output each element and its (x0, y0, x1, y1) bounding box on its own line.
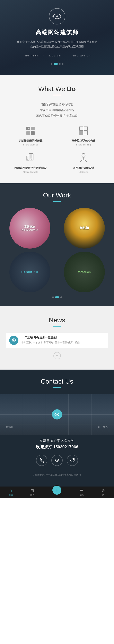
gallery-icon: ⊞ (30, 488, 34, 493)
work-item-3[interactable]: CASHKING (9, 252, 50, 292)
nav-profile-label: 我 (102, 494, 104, 496)
contact-tagline-1: 有新意 有心意 木鱼有约 (0, 439, 114, 443)
title-bold: Do (67, 85, 76, 92)
section-divider (53, 95, 61, 95)
svg-point-15 (31, 159, 32, 160)
ui-icon (77, 152, 90, 164)
nav-profile[interactable]: ☺ 我 (101, 488, 105, 496)
service-2-name: 整合品牌型全站构建 (59, 139, 108, 142)
svg-rect-4 (31, 127, 35, 130)
what-we-do-title: What We Do (6, 85, 108, 93)
chat-icon: ☰ (80, 488, 84, 493)
work-item-4-label: fostor.cn (78, 270, 91, 274)
nav-chat[interactable]: ☰ 消息 (80, 488, 84, 496)
svg-rect-5 (26, 131, 30, 135)
subtitle-design: Design (49, 54, 61, 57)
feature-2: 荣获中国金牌网站设计机构 (6, 107, 108, 113)
home-icon: ⌂ (10, 488, 12, 493)
svg-rect-12 (84, 131, 88, 135)
bottom-nav: ⌂ 首页 ⊞ 图片 + ☰ 消息 ☺ 我 (0, 486, 114, 498)
news-headline: 十年互联 每月更新一款原创 (22, 336, 80, 340)
map-line-v1 (23, 394, 23, 435)
svg-rect-6 (31, 131, 35, 135)
work-item-2[interactable]: 和忆顿 (64, 208, 105, 248)
svg-rect-14 (30, 154, 32, 158)
work-item-1[interactable]: 宝饰·慧合 WISDDOM PARA (9, 208, 50, 248)
svg-rect-11 (79, 131, 83, 135)
hero-logo (49, 8, 65, 24)
hero-title: 高端网站建筑师 (4, 28, 110, 36)
nav-home-label: 首页 (9, 494, 13, 496)
contact-phone: 欢迎拨打 15020217966 (0, 444, 114, 450)
service-brand-building: 整合品牌型全站构建 Brand Building (59, 125, 108, 146)
service-4-label: UI Design (59, 171, 108, 173)
map-pin-circle (52, 409, 62, 420)
tools-icon (24, 125, 37, 137)
what-we-do-section: What We Do 首家品牌整合型网站构建 荣获中国金牌网站设计机构 著名互动… (0, 75, 114, 183)
mobile-icon (24, 152, 37, 164)
work-item-1-line2: WISDDOM PARA (22, 228, 38, 232)
news-item: 十年互联 每月更新一款原创 十年互联, 十年技术, 数百网站, 三十一套原创设计… (6, 333, 108, 348)
hero-dot-1[interactable] (51, 63, 52, 65)
our-work-divider (53, 201, 61, 202)
svg-rect-9 (79, 127, 83, 130)
weibo-icon-button[interactable] (67, 455, 78, 466)
svg-point-25 (56, 414, 58, 415)
hero-dot-4[interactable] (62, 63, 64, 65)
news-content: 十年互联 每月更新一款原创 十年互联, 十年技术, 数百网站, 三十一套原创设计… (22, 336, 80, 344)
nav-center-button[interactable]: + (52, 485, 62, 495)
work-grid: 宝饰·慧合 WISDDOM PARA 和忆顿 CASHKING fostor.c… (4, 208, 110, 292)
service-3-name: 移动端及微信平台网站建设 (6, 166, 55, 170)
copyright-text: Copyright © 十年互联 版权所有备案号12345678 (0, 470, 114, 478)
work-dot-1[interactable] (52, 296, 54, 298)
services-grid: 定制级高端网站建设 Brand Website 整合品牌型全站构建 Brand … (6, 125, 108, 173)
work-item-1-line1: 宝饰·慧合 (22, 225, 38, 228)
news-divider (53, 326, 61, 326)
feature-3: 著名互动公司设计·技术·创意总监 (6, 113, 108, 118)
work-item-4[interactable]: fostor.cn (64, 252, 105, 292)
work-dot-2[interactable] (55, 296, 59, 298)
subtitle-dot1: · (43, 54, 45, 57)
contact-title: Contact Us (0, 370, 114, 385)
news-body: 十年互联, 十年技术, 数百网站, 三十一套原创设计精品 (22, 341, 80, 344)
svg-marker-23 (13, 340, 15, 341)
news-title: News (6, 316, 108, 324)
service-2-label: Brand Building (59, 144, 108, 146)
map-pin (52, 409, 62, 420)
service-4-name: UI及用户体验设计 (59, 166, 108, 170)
map-line-v3 (68, 394, 69, 435)
subtitle-dot2: · (66, 54, 67, 57)
service-3-label: Mobile Website (6, 171, 55, 173)
nav-home[interactable]: ⌂ 首页 (9, 488, 13, 496)
svg-point-28 (56, 460, 58, 461)
work-item-3-label: CASHKING (21, 270, 38, 274)
svg-point-19 (82, 154, 85, 158)
feature-1: 首家品牌整合型网站构建 (6, 102, 108, 107)
nav-gallery[interactable]: ⊞ 图片 (30, 488, 34, 496)
svg-point-18 (27, 159, 28, 160)
hero-dot-2[interactable] (54, 63, 58, 65)
our-work-title: Our Work (4, 192, 110, 199)
phone-icon-button[interactable] (36, 455, 47, 466)
location-icon-button[interactable] (51, 455, 63, 466)
map-road-1: 清路路 (6, 425, 14, 429)
hero-dot-3[interactable] (59, 63, 61, 65)
contact-map: 清路路 正一环路 (0, 394, 114, 435)
svg-rect-10 (84, 127, 88, 130)
brand-icon (77, 125, 90, 137)
map-line-h3 (0, 424, 114, 425)
svg-rect-17 (27, 157, 28, 159)
news-icon (9, 336, 18, 345)
subtitle-interaction: Interaction (72, 54, 91, 57)
work-dot-3[interactable] (60, 296, 62, 298)
contact-section: Contact Us 清路路 正一环路 有新意 有心意 木鱼有约 欢迎拨打 15… (0, 370, 114, 486)
news-more-button[interactable]: + (53, 352, 61, 360)
title-light: What We (38, 85, 67, 92)
nav-chat-label: 消息 (80, 494, 84, 496)
service-ui: UI及用户体验设计 UI Design (59, 152, 108, 173)
service-brand-website: 定制级高端网站建设 Brand Website (6, 125, 55, 146)
contact-icons (0, 455, 114, 466)
hero-section: 高端网站建筑师 我们专注于品牌化高端网站建设 致力于解决企业在互联网和手机移动端… (0, 0, 114, 75)
map-road-2: 正一环路 (98, 425, 108, 429)
features-text: 首家品牌整合型网站构建 荣获中国金牌网站设计机构 著名互动公司设计·技术·创意总… (6, 102, 108, 118)
